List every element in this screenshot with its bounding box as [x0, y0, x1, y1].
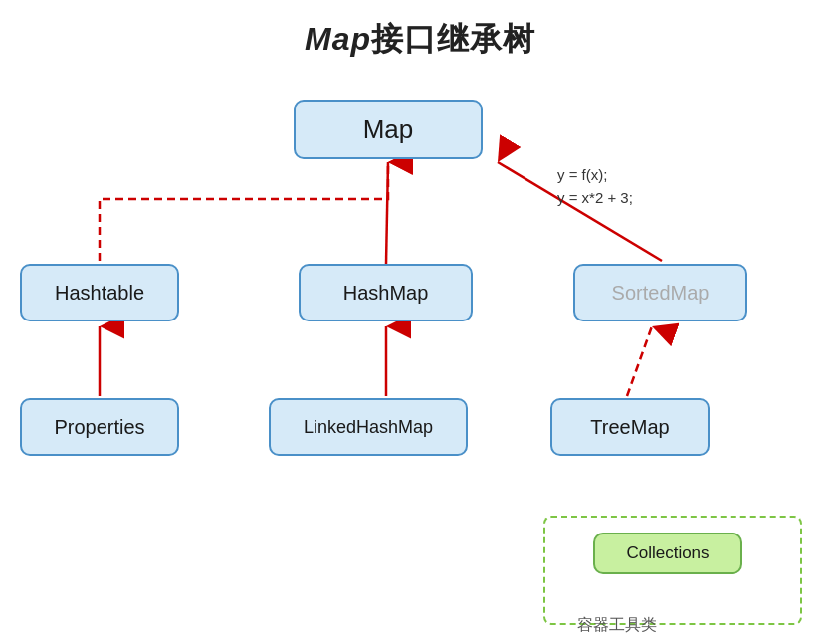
node-hashmap: HashMap	[299, 264, 473, 321]
node-map: Map	[294, 100, 483, 159]
node-treemap: TreeMap	[550, 398, 710, 456]
node-hashtable: Hashtable	[20, 264, 179, 321]
annotation-line2: y = x*2 + 3;	[557, 187, 633, 210]
collections-container-box	[543, 516, 802, 625]
node-linkedhashmap: LinkedHashMap	[269, 398, 468, 456]
svg-line-4	[627, 326, 652, 396]
node-properties: Properties	[20, 398, 179, 456]
container-label: 容器工具类	[577, 615, 657, 636]
svg-line-0	[386, 162, 388, 264]
annotation: y = f(x); y = x*2 + 3;	[557, 164, 633, 209]
page-title: Map接口继承树	[0, 0, 840, 62]
title-map: Map	[305, 21, 371, 57]
title-chinese: 接口继承树	[371, 21, 535, 57]
node-sortedmap: SortedMap	[573, 264, 747, 321]
annotation-line1: y = f(x);	[557, 164, 633, 187]
